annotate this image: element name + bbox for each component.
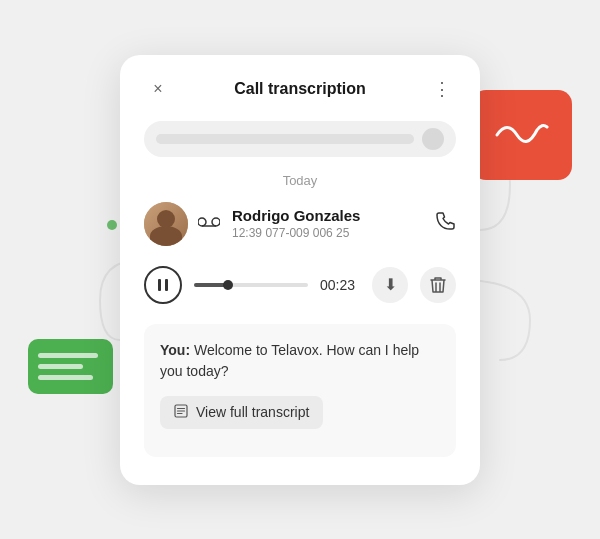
orange-decoration-card: [472, 90, 572, 180]
contact-name: Rodrigo Gonzales: [232, 207, 360, 224]
card-title: Call transcription: [234, 80, 366, 98]
call-transcription-card: × Call transcription ⋮ Today: [120, 55, 480, 485]
avatar-body: [150, 226, 182, 246]
call-info-row: Rodrigo Gonzales 12:39 077-009 006 25: [144, 202, 456, 246]
transcript-section: You: Welcome to Telavox. How can I help …: [144, 324, 456, 457]
date-label: Today: [144, 173, 456, 188]
audio-progress-thumb[interactable]: [223, 280, 233, 290]
pause-button[interactable]: [144, 266, 182, 304]
pause-icon: [158, 279, 168, 291]
view-transcript-label: View full transcript: [196, 404, 309, 420]
transcript-content: Welcome to Telavox. How can I help you t…: [160, 342, 419, 379]
green-line-2: [38, 364, 83, 369]
view-full-transcript-button[interactable]: View full transcript: [160, 396, 323, 429]
delete-button[interactable]: [420, 267, 456, 303]
search-bar-line: [156, 134, 414, 144]
close-button[interactable]: ×: [144, 75, 172, 103]
phone-icon: [436, 211, 456, 236]
call-time: 12:39: [232, 226, 262, 240]
green-line-1: [38, 353, 98, 358]
pause-bar-left: [158, 279, 161, 291]
svg-point-4: [212, 218, 220, 226]
avatar: [144, 202, 188, 246]
call-info-left: Rodrigo Gonzales 12:39 077-009 006 25: [144, 202, 360, 246]
search-bar[interactable]: [144, 121, 456, 157]
contact-meta: 12:39 077-009 006 25: [232, 226, 360, 240]
contact-details: Rodrigo Gonzales 12:39 077-009 006 25: [232, 207, 360, 240]
more-options-button[interactable]: ⋮: [428, 75, 456, 103]
avatar-image: [144, 202, 188, 246]
card-header: × Call transcription ⋮: [144, 75, 456, 103]
audio-time-display: 00:23: [320, 277, 360, 293]
transcript-text: You: Welcome to Telavox. How can I help …: [160, 340, 440, 382]
green-decoration-card: [28, 339, 113, 394]
green-line-3: [38, 375, 93, 380]
voicemail-icon: [198, 213, 220, 234]
audio-player: 00:23 ⬇: [144, 266, 456, 304]
transcript-speaker: You:: [160, 342, 190, 358]
pause-bar-right: [165, 279, 168, 291]
download-button[interactable]: ⬇: [372, 267, 408, 303]
search-bar-circle: [422, 128, 444, 150]
call-phone: 077-009 006 25: [265, 226, 349, 240]
transcript-icon: [174, 404, 188, 421]
svg-point-3: [198, 218, 206, 226]
audio-progress-bar[interactable]: [194, 283, 308, 287]
